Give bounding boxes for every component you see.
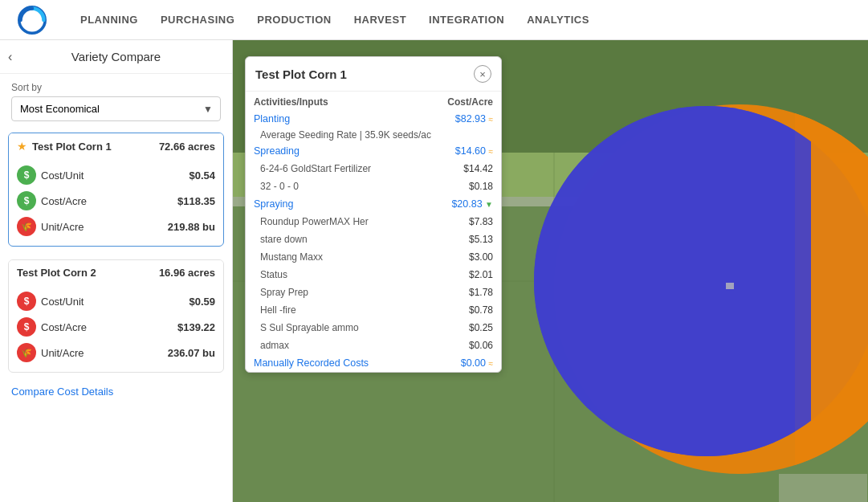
sort-select-wrap: Most EconomicalHighest YieldLowest Cost …: [11, 96, 221, 121]
popup-section-1-row-0: 6-24-6 GoldStart Fertilizer$14.42: [246, 160, 501, 178]
unit-acre-label-1: Unit/Acre: [41, 221, 84, 233]
sidebar-header: ‹ Variety Compare: [0, 40, 232, 74]
unit-acre-label-2: Unit/Acre: [41, 347, 84, 359]
col-header-cost: Cost/Acre: [439, 92, 501, 110]
popup-section-1-row-1: 32 - 0 - 0$0.18: [246, 178, 501, 195]
cost-acre-value-1: $118.35: [177, 195, 215, 207]
card-header-2: Test Plot Corn 2 16.96 acres: [9, 260, 223, 285]
popup-section-3[interactable]: Manually Recorded Costs$0.00 ≈: [246, 354, 501, 372]
popup-section-0[interactable]: Planting$82.93 ≈: [246, 110, 501, 128]
nav-links: PLANNING PURCHASING PRODUCTION HARVEST I…: [80, 14, 589, 26]
unit-acre-icon-2: 🌾: [17, 343, 36, 362]
variety-card-1[interactable]: ★ Test Plot Corn 1 72.66 acres $ Cost/Un…: [8, 133, 224, 247]
card-metrics-2: $ Cost/Unit $0.59 $ Cost/Acre $139.22 🌾: [9, 285, 223, 372]
card-title-2: Test Plot Corn 2: [17, 267, 96, 279]
metric-left-1b: $ Cost/Acre: [17, 191, 87, 210]
popup-section-0-row-0: Average Seeding Rate | 35.9K seeds/ac: [246, 128, 501, 142]
popup-section-1[interactable]: Spreading$14.60 ≈: [246, 142, 501, 160]
card-acres-1: 72.66 acres: [159, 141, 215, 153]
svg-rect-15: [779, 474, 867, 502]
cost-acre-label-1: Cost/Acre: [41, 195, 87, 207]
popup: Test Plot Corn 1 × Activities/Inputs Cos…: [245, 56, 502, 373]
popup-section-2-row-7: admax$0.06: [246, 337, 501, 354]
popup-header: Test Plot Corn 1 ×: [246, 57, 501, 92]
cost-acre-icon-1: $: [17, 191, 36, 210]
metric-left-2a: $ Cost/Unit: [17, 292, 84, 311]
popup-title: Test Plot Corn 1: [255, 67, 347, 81]
back-button[interactable]: ‹: [8, 50, 12, 64]
nav-harvest[interactable]: HARVEST: [354, 14, 406, 26]
sidebar-title: Variety Compare: [71, 50, 161, 63]
card-acres-2: 16.96 acres: [159, 267, 215, 279]
cost-unit-icon-1: $: [17, 165, 36, 185]
top-nav: PLANNING PURCHASING PRODUCTION HARVEST I…: [0, 0, 868, 40]
metric-left-2b: $ Cost/Acre: [17, 317, 87, 337]
metric-left-1a: $ Cost/Unit: [17, 165, 84, 185]
cost-acre-value-2: $139.22: [177, 321, 215, 333]
metric-left-2c: 🌾 Unit/Acre: [17, 343, 84, 362]
sidebar: ‹ Variety Compare Sort by Most Economica…: [0, 40, 233, 502]
metric-unit-acre-2: 🌾 Unit/Acre 236.07 bu: [15, 340, 217, 365]
main-layout: ‹ Variety Compare Sort by Most Economica…: [0, 40, 868, 502]
cost-acre-icon-2: $: [17, 317, 36, 337]
popup-section-2-row-2: Mustang Maxx$3.00: [246, 248, 501, 266]
metric-cost-unit-2: $ Cost/Unit $0.59: [15, 288, 217, 314]
nav-purchasing[interactable]: PURCHASING: [161, 14, 234, 26]
card-header-1: ★ Test Plot Corn 1 72.66 acres: [9, 133, 223, 159]
card-header-left-2: Test Plot Corn 2: [17, 267, 96, 279]
card-title-1: Test Plot Corn 1: [32, 141, 112, 153]
popup-section-2-row-1: stare down$5.13: [246, 231, 501, 248]
metric-left-1c: 🌾 Unit/Acre: [17, 217, 84, 236]
cost-unit-icon-2: $: [17, 292, 36, 311]
cost-acre-label-2: Cost/Acre: [41, 321, 87, 333]
map-area: Test Plot Corn 1 × Activities/Inputs Cos…: [233, 40, 868, 502]
popup-section-2-row-3: Status$2.01: [246, 266, 501, 284]
variety-card-2[interactable]: Test Plot Corn 2 16.96 acres $ Cost/Unit…: [8, 259, 224, 373]
nav-production[interactable]: PRODUCTION: [257, 14, 331, 26]
popup-table-header: Activities/Inputs Cost/Acre: [246, 92, 501, 110]
cost-unit-value-1: $0.54: [189, 169, 215, 182]
nav-integration[interactable]: INTEGRATION: [429, 14, 504, 26]
metric-cost-acre-1: $ Cost/Acre $118.35: [15, 188, 217, 214]
popup-section-2[interactable]: Spraying$20.83 ▼: [246, 195, 501, 213]
sort-section: Sort by Most EconomicalHighest YieldLowe…: [0, 74, 232, 126]
unit-acre-value-2: 236.07 bu: [168, 347, 215, 359]
svg-rect-14: [726, 283, 734, 289]
unit-acre-icon-1: 🌾: [17, 217, 36, 236]
popup-table: Activities/Inputs Cost/Acre Planting$82.…: [246, 92, 501, 372]
unit-acre-value-1: 219.88 bu: [168, 221, 215, 233]
popup-close-button[interactable]: ×: [474, 65, 491, 83]
cost-unit-label-2: Cost/Unit: [41, 296, 84, 308]
col-header-activity: Activities/Inputs: [246, 92, 439, 110]
sort-select[interactable]: Most EconomicalHighest YieldLowest Cost: [11, 96, 221, 121]
popup-section-2-row-0: Roundup PowerMAX Her$7.83: [246, 213, 501, 231]
cost-unit-label-1: Cost/Unit: [41, 169, 84, 182]
popup-section-2-row-4: Spray Prep$1.78: [246, 284, 501, 301]
metric-unit-acre-1: 🌾 Unit/Acre 219.88 bu: [15, 214, 217, 239]
sort-label: Sort by: [11, 82, 221, 93]
nav-planning[interactable]: PLANNING: [80, 14, 138, 26]
nav-analytics[interactable]: ANALYTICS: [527, 14, 589, 26]
popup-section-2-row-6: S Sul Sprayable ammo$0.25: [246, 319, 501, 337]
star-icon-1: ★: [17, 140, 27, 153]
card-metrics-1: $ Cost/Unit $0.54 $ Cost/Acre $118.35 🌾: [9, 159, 223, 246]
card-header-left-1: ★ Test Plot Corn 1: [17, 140, 112, 153]
cost-unit-value-2: $0.59: [189, 296, 215, 308]
compare-cost-details-link[interactable]: Compare Cost Details: [0, 379, 232, 404]
metric-cost-unit-1: $ Cost/Unit $0.54: [15, 162, 217, 188]
logo: [16, 4, 48, 36]
metric-cost-acre-2: $ Cost/Acre $139.22: [15, 314, 217, 340]
popup-section-2-row-5: Hell -fire$0.78: [246, 301, 501, 319]
